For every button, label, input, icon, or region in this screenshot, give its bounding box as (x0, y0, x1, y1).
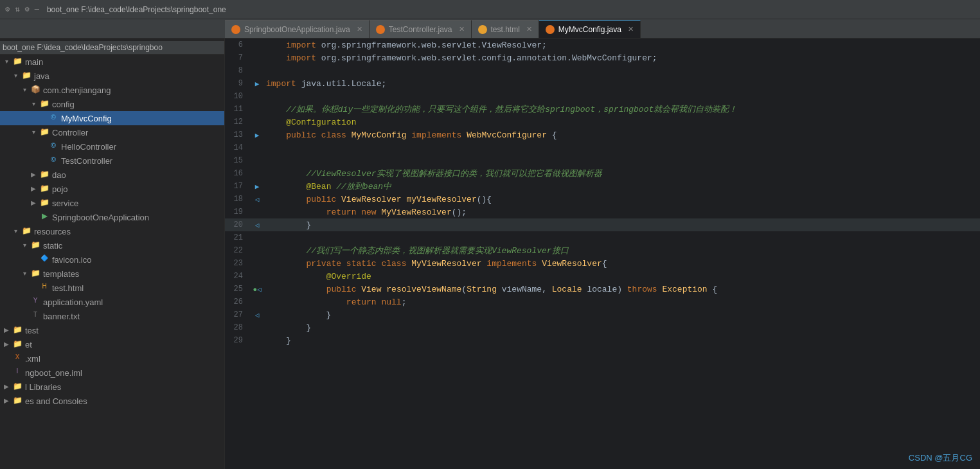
folder-arrow (3, 369, 10, 376)
folder-arrow (3, 355, 10, 362)
folder-arrow (30, 284, 37, 292)
line-code: } (263, 321, 980, 334)
sidebar-item-xml[interactable]: X.xml (0, 351, 224, 366)
line-gutter (251, 103, 263, 116)
folder-arrow (30, 256, 37, 263)
tab-close-icon[interactable]: ✕ (459, 25, 465, 33)
table-row: 27◁ } (225, 308, 980, 321)
table-row: 29 } (225, 334, 980, 347)
sidebar-item-banner.txt[interactable]: Tbanner.txt (0, 309, 224, 323)
tab-springboot[interactable]: SpringbootOneApplication.java ✕ (225, 20, 370, 38)
line-number: 6 (225, 39, 251, 51)
folder-icon: 📁 (21, 226, 31, 236)
code-editor[interactable]: 6 import org.springframework.web.servlet… (225, 39, 980, 469)
sidebar-item-SpringbootOneApplication[interactable]: ▶SpringbootOneApplication (0, 210, 224, 224)
sidebar-item-pojo[interactable]: ▶📁pojo (0, 182, 224, 196)
line-number: 26 (225, 296, 251, 308)
project-title: boot_one F:\idea_code\IdeaProjects\sprin… (3, 43, 163, 52)
fold-icon: ◁ (257, 286, 262, 294)
bookmark-icon: ▶ (255, 132, 260, 139)
sidebar-item-iml[interactable]: Ingboot_one.iml (0, 366, 224, 380)
java-class-icon: © (48, 141, 58, 152)
sidebar-item-label: static (43, 241, 62, 251)
line-number: 16 (225, 167, 251, 180)
sidebar-item-java[interactable]: ▾📁java (0, 69, 224, 83)
line-code: import org.springframework.web.servlet.V… (263, 39, 980, 51)
sidebar-item-com.chenjiangang[interactable]: ▾📦com.chenjiangang (0, 83, 224, 97)
sidebar-item-label: ngboot_one.iml (25, 368, 82, 378)
sidebar-item-Controller[interactable]: ▾📁Controller (0, 125, 224, 139)
project-header: boot_one F:\idea_code\IdeaProjects\sprin… (0, 41, 224, 55)
line-code (263, 141, 980, 154)
sidebar-item-label: et (25, 340, 32, 350)
line-gutter (251, 244, 263, 257)
sidebar-item-static[interactable]: ▾📁static (0, 238, 224, 252)
line-number: 18 (225, 193, 251, 206)
tab-mymvcconfig[interactable]: MyMvcConfig.java ✕ (539, 20, 641, 38)
tab-close-icon[interactable]: ✕ (357, 25, 362, 33)
sidebar-item-application.yaml[interactable]: Yapplication.yaml (0, 295, 224, 309)
table-row: 15 (225, 154, 980, 167)
line-code: return new MyViewResolver(); (263, 206, 980, 218)
line-gutter (251, 321, 263, 334)
line-gutter: ▶ (251, 180, 263, 193)
table-row: 7 import org.springframework.web.servlet… (225, 51, 980, 64)
iml-icon: I (12, 367, 22, 378)
line-number: 21 (225, 231, 251, 244)
tab-testcontroller[interactable]: TestController.java ✕ (370, 20, 472, 38)
line-number: 25 (225, 283, 251, 296)
sidebar-item-label: com.chenjiangang (43, 85, 111, 95)
sidebar-item-consoles[interactable]: ▶📁es and Consoles (0, 394, 224, 408)
sidebar-item-MyMvcConfig[interactable]: ©MyMvcConfig (0, 111, 224, 125)
sidebar-item-config[interactable]: ▾📁config (0, 97, 224, 111)
sidebar-item-TestController[interactable]: ©TestController (0, 154, 224, 168)
line-gutter (251, 257, 263, 270)
sidebar-item-service[interactable]: ▶📁service (0, 196, 224, 210)
folder-arrow: ▶ (30, 185, 37, 193)
folder-arrow (39, 157, 46, 164)
folder-icon: 📁 (39, 170, 49, 180)
sidebar-item-label: banner.txt (43, 312, 80, 321)
line-number: 27 (225, 308, 251, 321)
sidebar-item-label: pojo (52, 184, 68, 194)
sidebar-item-libraries[interactable]: ▶📁l Libraries (0, 380, 224, 394)
tab-testhtml[interactable]: test.html ✕ (472, 20, 539, 38)
sidebar-item-label: l Libraries (25, 382, 61, 392)
sidebar-item-label: main (25, 57, 43, 67)
sidebar-item-et[interactable]: ▶📁et (0, 337, 224, 351)
line-gutter (251, 167, 263, 180)
line-code: //我们写一个静态内部类，视图解析器就需要实现ViewResolver接口 (263, 244, 980, 257)
project-sidebar[interactable]: boot_one F:\idea_code\IdeaProjects\sprin… (0, 39, 225, 469)
line-number: 10 (225, 90, 251, 103)
table-row: 19 return new MyViewResolver(); (225, 206, 980, 218)
table-row: 23 private static class MyViewResolver i… (225, 257, 980, 270)
window-title: boot_one F:\idea_code\IdeaProjects\sprin… (47, 5, 975, 14)
sidebar-item-favicon.ico[interactable]: 🔷favicon.ico (0, 252, 224, 267)
line-gutter (251, 64, 263, 77)
line-code: } (263, 308, 980, 321)
sidebar-item-dao[interactable]: ▶📁dao (0, 168, 224, 182)
tab-close-icon[interactable]: ✕ (526, 25, 532, 33)
sidebar-item-main[interactable]: ▾📁main (0, 55, 224, 69)
line-code: public ViewResolver myViewResolver(){ (263, 193, 980, 206)
folder-icon: 📁 (30, 269, 40, 279)
table-row: 9▶import java.util.Locale; (225, 77, 980, 90)
tab-close-icon[interactable]: ✕ (628, 25, 634, 33)
line-number: 19 (225, 206, 251, 218)
table-row: 25●◁ public View resolveViewName(String … (225, 283, 980, 296)
folder-arrow: ▶ (3, 326, 10, 334)
folder-arrow: ▾ (21, 270, 28, 278)
sidebar-item-HelloController[interactable]: ©HelloController (0, 139, 224, 154)
line-code: @Bean //放到bean中 (263, 180, 980, 193)
sidebar-item-test[interactable]: ▶📁test (0, 323, 224, 337)
line-code: import org.springframework.web.servlet.c… (263, 51, 980, 64)
sidebar-item-label: java (34, 71, 49, 81)
line-gutter: ▶ (251, 128, 263, 141)
sidebar-item-resources[interactable]: ▾📁resources (0, 224, 224, 238)
line-number: 15 (225, 154, 251, 167)
folder-icon: 📁 (39, 198, 49, 208)
sidebar-item-templates[interactable]: ▾📁templates (0, 267, 224, 281)
folder-arrow: ▾ (30, 128, 37, 136)
folder-icon: 📁 (12, 382, 22, 392)
sidebar-item-test.html[interactable]: Htest.html (0, 281, 224, 295)
